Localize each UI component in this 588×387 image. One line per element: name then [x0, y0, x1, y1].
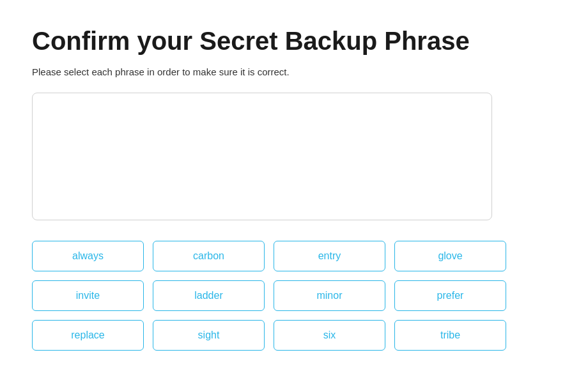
word-button-ladder[interactable]: ladder [153, 280, 265, 311]
page-subtitle: Please select each phrase in order to ma… [32, 66, 556, 77]
word-button-glove[interactable]: glove [394, 241, 506, 271]
selected-phrase-box [32, 93, 492, 220]
word-grid: alwayscarbonentrygloveinviteladderminorp… [32, 241, 505, 351]
word-button-entry[interactable]: entry [274, 241, 385, 271]
word-button-replace[interactable]: replace [32, 320, 144, 351]
word-button-sight[interactable]: sight [153, 320, 265, 351]
word-button-carbon[interactable]: carbon [153, 241, 265, 271]
word-button-invite[interactable]: invite [32, 280, 144, 311]
word-button-always[interactable]: always [32, 241, 144, 271]
page-title: Confirm your Secret Backup Phrase [32, 26, 556, 56]
word-button-prefer[interactable]: prefer [394, 280, 506, 311]
word-button-tribe[interactable]: tribe [394, 320, 506, 351]
word-button-minor[interactable]: minor [274, 280, 385, 311]
word-button-six[interactable]: six [274, 320, 385, 351]
